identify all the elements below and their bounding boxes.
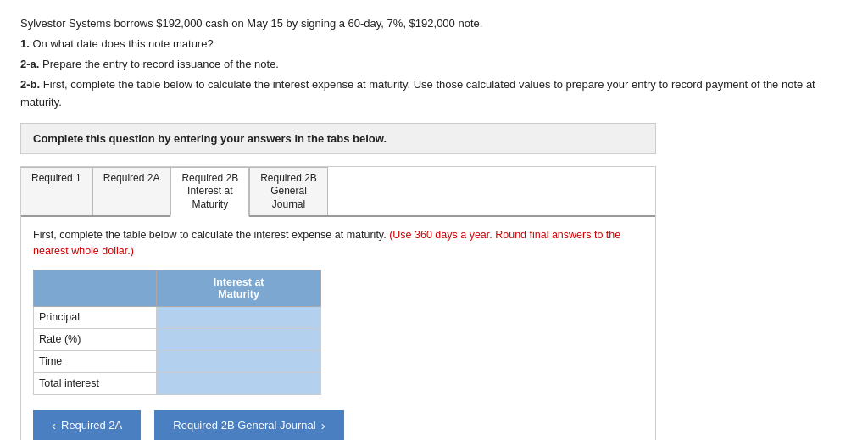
tab-required2b-journal[interactable]: Required 2BGeneralJournal bbox=[249, 167, 328, 216]
interest-calc-table: Interest at Maturity Principal Rate (%) bbox=[33, 270, 321, 395]
table-row: Principal bbox=[34, 306, 321, 328]
intro-line1: Sylvestor Systems borrows $192,000 cash … bbox=[20, 15, 848, 32]
prev-button-label: Required 2A bbox=[61, 419, 122, 432]
tabs-row: Required 1 Required 2A Required 2BIntere… bbox=[21, 167, 655, 218]
q2a-text: Prepare the entry to record issuance of … bbox=[42, 58, 279, 70]
table-header-interest: Interest at Maturity bbox=[157, 270, 321, 306]
instruction-text: First, complete the table below to calcu… bbox=[33, 227, 643, 259]
row-rate-label: Rate (%) bbox=[34, 328, 157, 350]
row-rate-input[interactable] bbox=[157, 328, 321, 350]
question-box: Complete this question by entering your … bbox=[20, 123, 656, 154]
next-chevron-icon bbox=[321, 418, 326, 432]
row-total-input[interactable] bbox=[157, 372, 321, 394]
tabs-container: Required 1 Required 2A Required 2BIntere… bbox=[20, 166, 656, 440]
tab-required2b-interest[interactable]: Required 2BInterest atMaturity bbox=[170, 167, 249, 218]
instruction-main: First, complete the table below to calcu… bbox=[33, 229, 387, 241]
table-header-spacer bbox=[34, 270, 157, 306]
q2b-text: First, complete the table below to calcu… bbox=[20, 78, 815, 108]
intro-section: Sylvestor Systems borrows $192,000 cash … bbox=[20, 15, 848, 111]
row-principal-label: Principal bbox=[34, 306, 157, 328]
row-time-label: Time bbox=[34, 350, 157, 372]
row-time-input[interactable] bbox=[157, 350, 321, 372]
q2b-label: 2-b. bbox=[20, 78, 40, 91]
question-2a: 2-a. Prepare the entry to record issuanc… bbox=[20, 56, 848, 73]
nav-buttons: Required 2A Required 2B General Journal bbox=[33, 410, 643, 440]
q2a-label: 2-a. bbox=[20, 58, 39, 70]
tab-required1[interactable]: Required 1 bbox=[21, 167, 92, 216]
tab-content: First, complete the table below to calcu… bbox=[21, 217, 655, 440]
question-2b: 2-b. First, complete the table below to … bbox=[20, 76, 848, 110]
tab-required2a[interactable]: Required 2A bbox=[92, 167, 171, 216]
question-1: 1. On what date does this note mature? bbox=[20, 36, 848, 53]
q1-label: 1. bbox=[20, 37, 30, 50]
row-total-label: Total interest bbox=[34, 372, 157, 394]
total-interest-field[interactable] bbox=[162, 377, 315, 389]
principal-field[interactable] bbox=[162, 311, 315, 323]
table-row: Time bbox=[34, 350, 321, 372]
next-button[interactable]: Required 2B General Journal bbox=[154, 410, 343, 440]
table-row: Rate (%) bbox=[34, 328, 321, 350]
row-principal-input[interactable] bbox=[157, 306, 321, 328]
table-row: Total interest bbox=[34, 372, 321, 394]
q1-text: On what date does this note mature? bbox=[32, 37, 213, 50]
prev-chevron-icon bbox=[52, 418, 56, 432]
next-button-label: Required 2B General Journal bbox=[173, 419, 315, 432]
question-box-text: Complete this question by entering your … bbox=[33, 132, 387, 145]
prev-button[interactable]: Required 2A bbox=[33, 410, 141, 440]
rate-field[interactable] bbox=[162, 333, 315, 345]
time-field[interactable] bbox=[162, 355, 315, 367]
